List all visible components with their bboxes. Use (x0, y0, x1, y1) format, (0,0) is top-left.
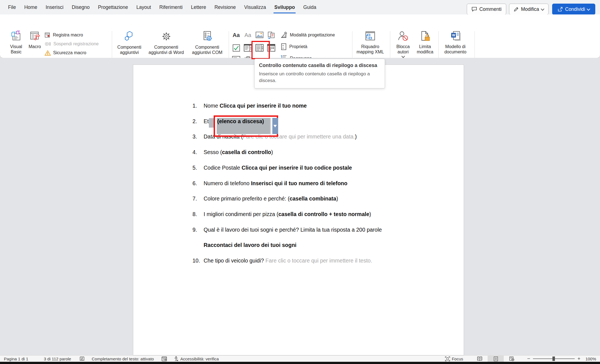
doc-list-item: 6.Numero di telefono Inserisci qui il tu… (192, 180, 347, 187)
text-run: Codice Postale (204, 165, 242, 171)
text-run: Colore primario preferito e perché: ( (204, 195, 290, 202)
text-prediction-label: Completamento del testo: attivato (92, 356, 154, 361)
record-macro-button[interactable]: Registra macro (45, 31, 83, 39)
tab-riferimenti[interactable]: Riferimenti (155, 0, 187, 14)
com-addins-label: Componenti aggiuntivi COM (188, 44, 227, 55)
zoom-slider[interactable] (533, 358, 575, 359)
content-control-placeholder[interactable]: Fare clic o toccare qui per immettere il… (265, 257, 372, 264)
checkbox-control-button[interactable] (232, 43, 241, 52)
dropdown-arrow-button[interactable] (272, 118, 278, 134)
tab-visualizza[interactable]: Visualizza (240, 0, 270, 14)
pause-recording-label: Sospendi registrazione (53, 41, 99, 46)
tab-lettere[interactable]: Lettere (187, 0, 210, 14)
repeating-section-icon (267, 31, 275, 39)
xml-mapping-pane-button[interactable]: Riquadro mapping XML (354, 31, 387, 55)
web-layout-icon (509, 356, 514, 361)
text-run: ) (369, 211, 371, 217)
accessibility-status[interactable]: Accessibilità: verifica (174, 356, 219, 361)
pause-recording-icon (45, 41, 51, 47)
document-template-button[interactable]: W Modello di documento (440, 31, 471, 55)
doc-list-item: 7.Colore primario preferito e perché: (c… (192, 195, 338, 202)
text-run: Qual è il lavoro dei tuoi sogni e perché… (204, 227, 382, 233)
word-document-icon: W (450, 31, 461, 42)
checkbox-icon (233, 44, 240, 52)
text-run: Nome (204, 103, 219, 109)
tab-sviluppo[interactable]: Sviluppo (270, 0, 299, 14)
tab-revisione[interactable]: Revisione (210, 0, 240, 14)
text-prediction-icon (162, 356, 167, 361)
proofing-book-icon (80, 356, 85, 361)
status-bar: Pagina 1 di 1 3 di 112 parole Completame… (0, 355, 600, 362)
zoom-out-button[interactable]: − (527, 356, 530, 362)
macro-security-button[interactable]: Sicurezza macro (45, 49, 86, 57)
restrict-editing-label: Limita modifica (414, 44, 436, 55)
design-mode-icon (280, 31, 288, 39)
proofing-status[interactable] (80, 356, 85, 361)
print-layout-button[interactable] (488, 356, 504, 362)
doc-list-item: 2.Età(elenco a discesa) (192, 118, 212, 125)
macro-button[interactable]: Macro (27, 31, 43, 49)
word-count-status[interactable]: 3 di 112 parole (44, 356, 71, 361)
plain-text-control-button[interactable]: Aa (243, 31, 252, 39)
read-mode-icon (477, 356, 482, 361)
picture-control-button[interactable] (255, 31, 264, 39)
tab-home[interactable]: Home (20, 0, 41, 14)
page-count-status[interactable]: Pagina 1 di 1 (4, 356, 28, 361)
focus-mode-button[interactable]: Focus (445, 356, 463, 361)
com-addins-button[interactable]: Componenti aggiuntivi COM (188, 31, 227, 55)
svg-text:a-: a- (282, 44, 284, 47)
document-page[interactable]: 1.Nome Clicca qui per inserire il tuo no… (133, 65, 464, 355)
zoom-level-button[interactable]: 100% (586, 356, 596, 361)
text-run: ) (336, 195, 338, 202)
rich-text-control-button[interactable]: Aa (232, 31, 241, 39)
restrict-editing-icon (419, 31, 431, 42)
addins-hexagons-icon (124, 31, 135, 42)
visual-basic-button[interactable]: Visual Basic (7, 31, 25, 55)
ribbon-tabs: FileHomeInserisciDisegnoProgettazioneLay… (4, 0, 320, 14)
list-number: 9. (192, 227, 204, 233)
share-button[interactable]: Condividi (552, 4, 595, 15)
tab-layout[interactable]: Layout (132, 0, 155, 14)
block-authors-button[interactable]: Blocca autori (393, 31, 413, 58)
list-number: 7. (192, 195, 204, 202)
zoom-slider-handle[interactable] (552, 356, 555, 361)
read-mode-button[interactable] (471, 356, 488, 362)
text-prediction-status[interactable]: Completamento del testo: attivato (92, 356, 167, 361)
taskbar-strip (0, 362, 600, 364)
ribbon: Visual Basic Macro Registra macro Sospen… (0, 14, 600, 58)
list-number: 2. (192, 118, 204, 125)
web-layout-button[interactable] (504, 356, 520, 362)
word-addins-button[interactable]: Componenti aggiuntivi di Word (147, 31, 185, 55)
combo-box-control-button[interactable] (243, 43, 252, 52)
gear-icon (161, 31, 172, 42)
tooltip-title: Controllo contenuto casella di riepilogo… (259, 63, 380, 68)
zoom-in-button[interactable]: + (577, 356, 581, 362)
comment-icon (471, 7, 477, 12)
design-mode-button[interactable]: Modalità progettazione (280, 31, 335, 39)
text-run: casella di controllo (222, 149, 271, 155)
properties-button[interactable]: a-a- Proprietà (280, 43, 307, 51)
xml-mapping-label: Riquadro mapping XML (354, 44, 387, 55)
tab-inserisci[interactable]: Inserisci (41, 0, 68, 14)
xml-mapping-icon (364, 31, 376, 42)
text-run: Inserisci qui il tuo numero di telefono (251, 180, 347, 186)
restrict-editing-button[interactable]: Limita modifica (414, 31, 436, 55)
edit-mode-button[interactable]: Modifica (509, 4, 549, 15)
tab-progettazione[interactable]: Progettazione (94, 0, 132, 14)
focus-icon (445, 356, 450, 361)
block-authors-label: Blocca autori (393, 44, 413, 55)
repeating-section-control-button[interactable] (267, 31, 276, 39)
dropdown-content-control[interactable]: (elenco a discesa) (217, 118, 271, 134)
zoom-level-label: 100% (586, 356, 596, 361)
doc-list-item: 4.Sesso (casella di controllo) (192, 149, 273, 155)
tab-guida[interactable]: Guida (299, 0, 320, 14)
share-icon (558, 7, 563, 12)
properties-label: Proprietà (289, 44, 307, 49)
comments-button[interactable]: Commenti (467, 4, 506, 15)
doc-list-item: 1.Nome Clicca qui per inserire il tuo no… (192, 103, 307, 109)
tab-disegno[interactable]: Disegno (68, 0, 94, 14)
tab-file[interactable]: File (4, 0, 20, 14)
properties-icon: a-a- (280, 43, 287, 50)
picture-icon (256, 32, 263, 38)
addins-button[interactable]: Componenti aggiuntivi (115, 31, 143, 55)
